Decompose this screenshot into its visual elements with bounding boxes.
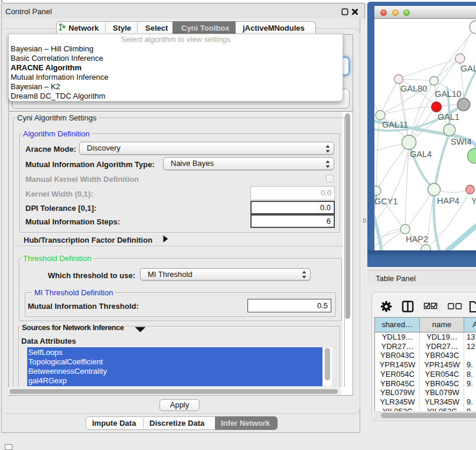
svg-text:GAL11: GAL11 xyxy=(382,120,408,129)
svg-text:GCY1: GCY1 xyxy=(374,197,398,206)
svg-text:GAL10: GAL10 xyxy=(435,89,461,99)
svg-text:GAL80: GAL80 xyxy=(400,84,427,93)
svg-text:GAL1: GAL1 xyxy=(438,112,459,122)
svg-text:Y: Y xyxy=(471,196,476,206)
svg-text:HAP4: HAP4 xyxy=(437,196,459,206)
svg-text:SWI4: SWI4 xyxy=(451,137,471,146)
svg-text:GAL: GAL xyxy=(461,64,476,73)
svg-text:GAL4: GAL4 xyxy=(410,149,432,159)
svg-text:HAP2: HAP2 xyxy=(406,234,428,244)
